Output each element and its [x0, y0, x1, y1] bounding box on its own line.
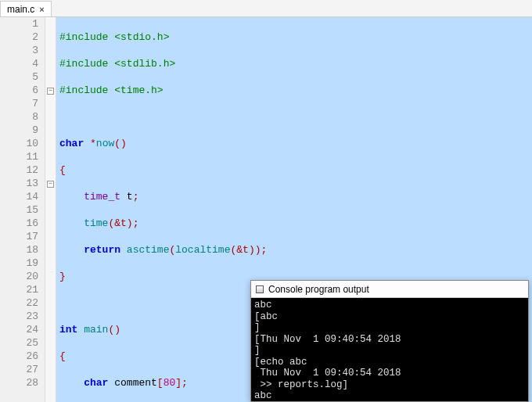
fold-toggle-icon[interactable]: −	[47, 88, 54, 95]
console-titlebar[interactable]: Console program output	[251, 281, 528, 298]
fold-column: − −	[45, 17, 56, 402]
console-window[interactable]: Console program output abc [abc ] [Thu N…	[250, 280, 529, 402]
tab-filename: main.c	[7, 4, 34, 15]
close-icon[interactable]: ×	[39, 5, 44, 14]
tab-bar: main.c ×	[0, 0, 532, 17]
tab-main-c[interactable]: main.c ×	[0, 1, 52, 16]
console-title-text: Console program output	[268, 284, 369, 295]
line-number-gutter: 1 2 3 4 5 6 7 8 9 10 11 12 13 14 15 16 1…	[0, 17, 45, 402]
fold-toggle-icon[interactable]: −	[47, 181, 54, 188]
console-icon	[256, 285, 264, 293]
console-output: abc [abc ] [Thu Nov 1 09:40:54 2018 ] [e…	[251, 298, 528, 401]
